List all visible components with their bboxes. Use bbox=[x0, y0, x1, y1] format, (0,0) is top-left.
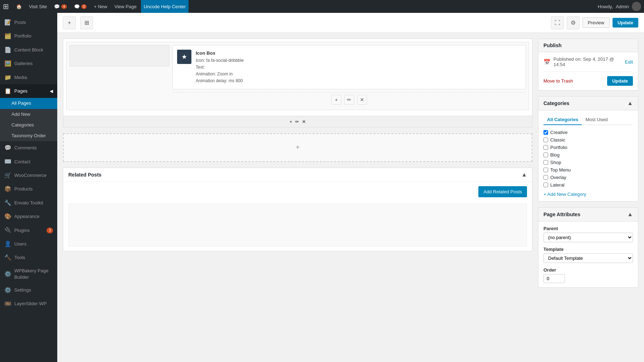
category-label-top-menu: Top Menu bbox=[550, 167, 571, 173]
sidebar-item-posts[interactable]: 📝 Posts bbox=[0, 16, 57, 29]
appearance-icon: 🎨 bbox=[4, 213, 11, 220]
preview-button[interactable]: Preview bbox=[582, 18, 610, 28]
categories-collapse-button[interactable]: ▲ bbox=[627, 100, 633, 106]
tab-all-categories[interactable]: All Categories bbox=[543, 115, 582, 125]
category-checkbox-blog[interactable] bbox=[543, 153, 548, 157]
wp-logo[interactable]: ⊞ bbox=[3, 2, 9, 11]
related-posts-body: Add Related Posts bbox=[63, 182, 532, 251]
speech-count: 0 bbox=[81, 4, 87, 9]
category-checkbox-classic[interactable] bbox=[543, 138, 548, 142]
add-related-posts-button[interactable]: Add Related Posts bbox=[478, 186, 527, 197]
categories-panel-header: Categories ▲ bbox=[538, 96, 638, 110]
adminbar-comments[interactable]: 💬 4 bbox=[51, 0, 70, 13]
publish-date: Published on: Sep 4, 2017 @ 14:54 bbox=[553, 56, 622, 67]
category-checkbox-creative[interactable] bbox=[543, 130, 548, 135]
update-button[interactable]: Update bbox=[613, 18, 638, 28]
submenu-add-new[interactable]: Add New bbox=[0, 109, 57, 120]
order-input[interactable] bbox=[543, 274, 565, 283]
pages-submenu: All Pages Add New Categories Taxonomy Or… bbox=[0, 98, 57, 141]
fullscreen-icon: ⛶ bbox=[555, 20, 560, 26]
publish-update-button[interactable]: Update bbox=[607, 76, 633, 86]
template-select[interactable]: Default Template bbox=[543, 253, 633, 263]
sidebar-item-plugins[interactable]: 🔌 Plugins 3 bbox=[0, 223, 57, 237]
sidebar-item-portfolio[interactable]: 🗂️ Portfolio bbox=[0, 29, 57, 43]
plus-icon: + bbox=[94, 4, 97, 9]
plugins-badge: 3 bbox=[47, 228, 53, 233]
parent-select[interactable]: (no parent) bbox=[543, 233, 633, 242]
wpbakery-label: WPBakery Page Builder bbox=[14, 268, 53, 281]
sidebar-item-settings[interactable]: ⚙️ Settings bbox=[0, 283, 57, 297]
icon-box-title: Icon Box bbox=[196, 50, 215, 56]
order-label: Order bbox=[543, 267, 633, 273]
category-checkbox-overlay[interactable] bbox=[543, 175, 548, 180]
sidebar-item-content-block[interactable]: 📄 Content Block bbox=[0, 43, 57, 57]
add-new-category-link[interactable]: + Add New Category bbox=[543, 192, 633, 197]
sidebar-item-contact[interactable]: ✉️ Contact bbox=[0, 155, 57, 168]
adminbar-new[interactable]: + New bbox=[91, 0, 110, 13]
sidebar-item-layerslider[interactable]: 🎞️ LayerSlider WP bbox=[0, 297, 57, 311]
parent-label: Parent bbox=[543, 226, 633, 231]
adminbar-right: Howdy, Admin bbox=[598, 2, 641, 11]
icon-box-details: Icon Box Icon: fa fa-social-dribbble Tex… bbox=[196, 50, 244, 85]
sidebar-item-appearance[interactable]: 🎨 Appearance bbox=[0, 210, 57, 223]
delete-element-action[interactable]: ✕ bbox=[357, 95, 367, 105]
category-checkbox-shop[interactable] bbox=[543, 160, 548, 165]
posts-label: Posts bbox=[14, 19, 26, 26]
settings-button[interactable]: ⚙ bbox=[567, 16, 580, 29]
sidebar-item-wpbakery[interactable]: ⚙️ WPBakery Page Builder bbox=[0, 265, 57, 283]
layerslider-label: LayerSlider WP bbox=[14, 301, 47, 307]
submenu-all-pages[interactable]: All Pages bbox=[0, 98, 57, 109]
sidebar-item-tools[interactable]: 🔨 Tools bbox=[0, 251, 57, 264]
categories-tabs: All Categories Most Used bbox=[543, 115, 633, 125]
tools-icon: 🔨 bbox=[4, 254, 11, 262]
new-label: New bbox=[98, 4, 107, 9]
submenu-categories[interactable]: Categories bbox=[0, 120, 57, 130]
add-new-label: Add New bbox=[11, 111, 30, 118]
pages-arrow: ◀ bbox=[50, 88, 53, 94]
envato-icon: 🔧 bbox=[4, 199, 11, 207]
adminbar-home[interactable]: 🏠 bbox=[13, 0, 25, 13]
page-attributes-collapse-button[interactable]: ▲ bbox=[627, 211, 633, 218]
layout-button[interactable]: ⊞ bbox=[80, 16, 93, 29]
user-avatar[interactable] bbox=[632, 2, 641, 11]
categories-panel-title: Categories bbox=[543, 100, 569, 106]
sidebar-item-products[interactable]: 📦 Products bbox=[0, 182, 57, 196]
speech-icon: 🗨️ bbox=[74, 4, 80, 9]
adminbar-view-page[interactable]: View Page bbox=[112, 0, 140, 13]
related-posts-collapse-button[interactable]: ▲ bbox=[521, 172, 527, 178]
move-to-trash-link[interactable]: Move to Trash bbox=[543, 78, 573, 84]
category-checkbox-portfolio[interactable] bbox=[543, 145, 548, 150]
add-section-button[interactable]: + bbox=[63, 133, 532, 162]
sidebar-item-users[interactable]: 👤 Users bbox=[0, 237, 57, 251]
sidebar-item-woocommerce[interactable]: 🛒 WooCommerce bbox=[0, 169, 57, 182]
sidebar-item-media[interactable]: 📁 Media bbox=[0, 71, 57, 84]
sidebar-item-galleries[interactable]: 🖼️ Galleries bbox=[0, 57, 57, 70]
sidebar-item-pages[interactable]: 📋 Pages ◀ bbox=[0, 84, 57, 98]
icon-box-animation-info: Animation: Zoom in bbox=[196, 71, 244, 78]
submenu-taxonomy-order[interactable]: Taxonomy Order bbox=[0, 130, 57, 141]
fullscreen-button[interactable]: ⛶ bbox=[551, 16, 564, 29]
sidebar-item-envato[interactable]: 🔧 Envato Toolkit bbox=[0, 196, 57, 210]
galleries-icon: 🖼️ bbox=[4, 60, 11, 68]
add-element-action[interactable]: + bbox=[331, 95, 341, 105]
layout-icon: ⊞ bbox=[84, 19, 89, 26]
add-element-button[interactable]: + bbox=[63, 16, 76, 29]
category-checkbox-top-menu[interactable] bbox=[543, 168, 548, 172]
publish-title: Publish bbox=[543, 43, 562, 48]
tab-most-used[interactable]: Most Used bbox=[582, 115, 611, 125]
edit-element-action[interactable]: ✏ bbox=[344, 95, 354, 105]
add-row-action[interactable]: + bbox=[289, 119, 292, 124]
delete-row-action[interactable]: ✕ bbox=[302, 119, 306, 124]
category-checkbox-lateral[interactable] bbox=[543, 183, 548, 187]
page-attributes-panel: Page Attributes ▲ Parent (no parent) Tem… bbox=[538, 207, 638, 288]
calendar-icon: 📅 bbox=[543, 59, 551, 65]
edit-publish-link[interactable]: Edit bbox=[625, 59, 633, 65]
sidebar-item-comments[interactable]: 💬 Comments bbox=[0, 141, 57, 155]
edit-row-action[interactable]: ✏ bbox=[295, 119, 299, 124]
adminbar-site[interactable]: Visit Site bbox=[26, 0, 50, 13]
settings-label: Settings bbox=[14, 287, 31, 293]
adminbar-uncode-help[interactable]: Uncode Help Center bbox=[141, 0, 189, 13]
category-item-shop: Shop bbox=[543, 159, 633, 166]
adminbar-speech[interactable]: 🗨️ 0 bbox=[71, 0, 90, 13]
content-block-label: Content Block bbox=[14, 47, 43, 53]
